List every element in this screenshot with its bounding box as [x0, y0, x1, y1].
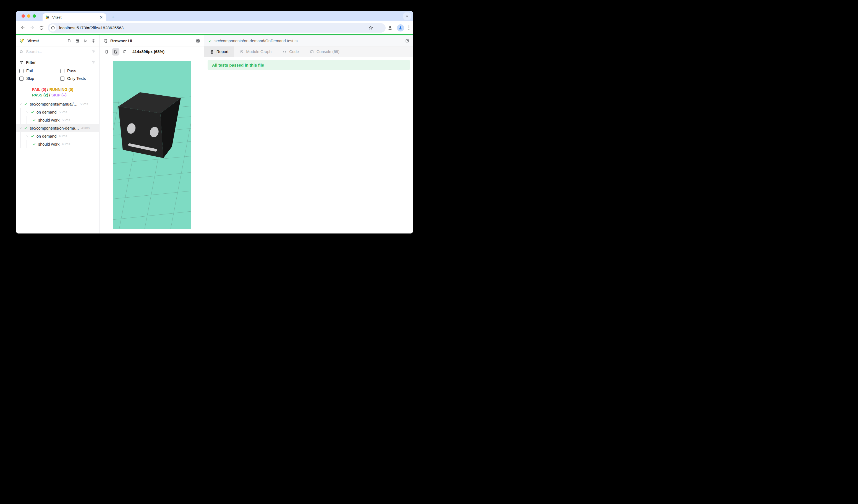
viewport-size-label: 414x896px (68%) — [132, 49, 164, 54]
console-icon — [310, 50, 314, 54]
device-phone-plus-icon[interactable] — [112, 48, 120, 55]
summary-pass-skip: PASS (2) / SKIP (--) — [32, 92, 69, 98]
open-panel-right-icon[interactable] — [196, 39, 200, 43]
tab-console[interactable]: Console (69) — [304, 46, 345, 57]
checkbox[interactable] — [19, 69, 23, 73]
checkbox[interactable] — [60, 77, 64, 81]
chevron-down-icon[interactable] — [19, 102, 22, 105]
chevron-down-icon[interactable] — [19, 127, 22, 130]
filter-checkbox-skip[interactable]: Skip — [19, 76, 60, 82]
tree-test-row[interactable]: should work 43ms — [16, 140, 99, 148]
tab-module-graph[interactable]: Module Graph — [234, 46, 277, 57]
checkbox[interactable] — [60, 69, 64, 73]
search-icon — [19, 50, 23, 54]
module-graph-icon — [240, 50, 244, 54]
filter-checkbox-pass[interactable]: Pass — [60, 68, 96, 74]
test-viewport-scene[interactable] — [113, 61, 191, 229]
device-tablet-icon[interactable] — [121, 48, 129, 55]
minimize-window-button[interactable] — [27, 14, 30, 18]
pass-check-icon — [24, 126, 28, 130]
all-passed-banner: All tests passed in this file — [208, 60, 410, 70]
tab-title: Vitest — [52, 15, 99, 19]
browser-ui-panel: Browser UI 414x896px (68%) — [99, 35, 204, 233]
vitest-logo — [19, 38, 25, 43]
maximize-window-button[interactable] — [33, 14, 36, 18]
tab-search-chevron-icon[interactable] — [403, 13, 411, 20]
run-all-play-icon[interactable] — [83, 39, 88, 43]
url-text[interactable]: localhost:5173/#/?file=1828625563 — [59, 26, 124, 30]
filter-checkbox-fail[interactable]: Fail — [19, 68, 60, 74]
filter-title: Filter — [26, 60, 92, 65]
bookmark-star-icon[interactable] — [368, 25, 374, 30]
tree-file-row-selected[interactable]: src/components/on-dema… 43ms — [16, 124, 99, 132]
filter-panel: Filter Fail Pass — [16, 57, 99, 85]
checkbox[interactable] — [19, 77, 23, 81]
new-tab-button[interactable]: + — [109, 13, 117, 21]
tree-test-row[interactable]: should work 55ms — [16, 116, 99, 124]
tree-file-row[interactable]: src/components/manual/… 56ms — [16, 100, 99, 108]
open-in-editor-icon[interactable] — [405, 39, 409, 43]
reload-icon[interactable] — [37, 23, 46, 33]
globe-icon — [104, 39, 108, 43]
test-sidebar: Vitest — [16, 35, 99, 233]
filter-funnel-icon — [19, 61, 23, 65]
pass-check-icon — [24, 102, 28, 106]
clipboard-icon — [210, 50, 214, 54]
browser-ui-title: Browser UI — [110, 38, 196, 43]
device-phone-icon[interactable] — [103, 48, 110, 55]
browser-toolbar: localhost:5173/#/?file=1828625563 — [16, 21, 413, 34]
filter-checkbox-only-tests[interactable]: Only Tests — [60, 76, 96, 82]
report-tabbar: Report Module Graph Code — [204, 46, 413, 57]
open-file-path[interactable]: src/components/on-demand/OnDemand.test.t… — [214, 39, 405, 43]
tab-report[interactable]: Report — [204, 46, 234, 57]
test-tree: src/components/manual/… 56ms on demand 5… — [16, 100, 99, 233]
window-controls — [21, 14, 36, 18]
site-info-icon[interactable] — [49, 24, 57, 32]
close-window-button[interactable] — [21, 14, 25, 18]
tree-suite-row[interactable]: on demand 43ms — [16, 132, 99, 140]
tab-code[interactable]: Code — [277, 46, 304, 57]
clear-filter-icon[interactable] — [92, 50, 96, 54]
browser-tab[interactable]: Vitest ✕ — [43, 13, 106, 21]
chevron-down-icon[interactable] — [26, 111, 29, 114]
report-layout-icon[interactable] — [75, 39, 80, 43]
dashboard-windows-icon[interactable] — [67, 39, 72, 43]
profile-avatar[interactable] — [397, 24, 404, 32]
pass-check-icon — [32, 142, 36, 146]
pass-check-icon — [31, 110, 34, 114]
theme-toggle-sun-icon[interactable] — [91, 39, 96, 43]
back-icon[interactable] — [18, 23, 27, 33]
vitest-ui: Vitest — [16, 35, 413, 233]
report-panel: src/components/on-demand/OnDemand.test.t… — [204, 35, 413, 233]
vitest-favicon — [45, 15, 50, 20]
pass-check-icon — [32, 118, 36, 122]
code-icon — [283, 50, 287, 54]
forward-icon[interactable] — [27, 23, 37, 33]
omnibox[interactable]: localhost:5173/#/?file=1828625563 — [48, 23, 386, 33]
test-summary: FAIL (0) / RUNNING (0) PASS (2) / SKIP (… — [16, 85, 99, 100]
tree-suite-row[interactable]: on demand 56ms — [16, 108, 99, 116]
search-input[interactable] — [26, 49, 92, 54]
pass-check-icon — [31, 134, 34, 138]
report-content: All tests passed in this file — [204, 57, 413, 233]
summary-fail-running: FAIL (0) / RUNNING (0) — [32, 87, 76, 92]
tab-close-icon[interactable]: ✕ — [99, 15, 104, 20]
browser-window: Vitest ✕ + localhost:5173/#/?file=182862… — [16, 11, 413, 233]
file-pass-check-icon — [208, 39, 212, 43]
browser-menu-icon[interactable] — [409, 26, 410, 30]
experiments-flask-icon[interactable] — [387, 26, 393, 30]
sidebar-brand: Vitest — [27, 38, 67, 43]
chevron-down-icon[interactable] — [26, 134, 29, 137]
tab-strip: Vitest ✕ + — [16, 11, 413, 21]
filter-clear-icon[interactable] — [92, 61, 96, 65]
